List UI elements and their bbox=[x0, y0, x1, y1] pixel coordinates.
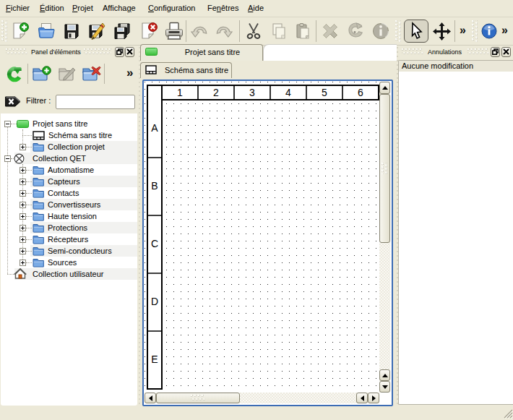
svg-text:A: A bbox=[151, 122, 158, 134]
svg-text:D: D bbox=[151, 296, 158, 307]
svg-text:E: E bbox=[151, 353, 158, 365]
svg-text:6: 6 bbox=[358, 87, 363, 98]
svg-text:C: C bbox=[151, 238, 158, 249]
svg-text:4: 4 bbox=[285, 87, 291, 98]
svg-text:5: 5 bbox=[322, 87, 327, 98]
svg-text:3: 3 bbox=[249, 87, 255, 98]
svg-text:2: 2 bbox=[213, 87, 219, 98]
svg-text:1: 1 bbox=[177, 87, 183, 98]
svg-text:B: B bbox=[151, 180, 158, 192]
